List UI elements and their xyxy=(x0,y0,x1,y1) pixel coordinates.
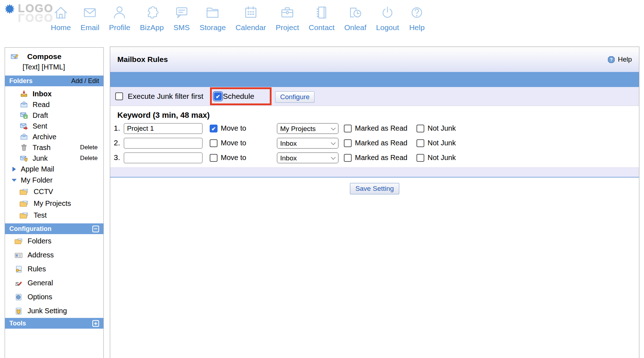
nav-label: Home xyxy=(51,23,71,32)
keyword-rule-row-3: 3. Move to Inbox Marked as Read Not Junk xyxy=(110,153,639,163)
profile-icon xyxy=(111,4,128,21)
sidebar-folder-archive[interactable]: Archive xyxy=(5,131,103,142)
sidebar-folder-read[interactable]: Read xyxy=(5,99,103,110)
not-junk-checkbox-1[interactable] xyxy=(416,125,424,132)
email-icon xyxy=(82,4,98,21)
config-item-junk-setting[interactable]: Junk Setting xyxy=(5,304,103,318)
schedule-checkbox-focus-ring xyxy=(213,91,223,101)
config-item-rules[interactable]: Rules xyxy=(5,262,103,276)
save-setting-button[interactable]: Save Setting xyxy=(350,183,399,194)
delete-junk-link[interactable]: Delete xyxy=(80,155,98,162)
folder-select-2[interactable]: Inbox xyxy=(277,138,338,149)
keyword-input-3[interactable] xyxy=(124,153,203,163)
nav-label: BizApp xyxy=(140,23,164,32)
compose-label: Compose xyxy=(27,52,62,61)
tree-item-apple-mail[interactable]: Apple Mail xyxy=(5,164,103,175)
move-to-checkbox-3[interactable] xyxy=(210,154,218,162)
config-item-general[interactable]: S General xyxy=(5,276,103,290)
nav-items: Home Email Profile BizApp SMS Storage Ca… xyxy=(51,4,425,32)
folder-select-1[interactable]: My Projects xyxy=(277,123,338,134)
folder-mail-icon xyxy=(19,200,29,208)
not-junk-checkbox-2[interactable] xyxy=(416,139,424,147)
sidebar-subfolder-cctv[interactable]: CCTV xyxy=(5,186,103,198)
configuration-section-header: Configuration − xyxy=(5,223,103,234)
main-panel-header: Mailbox Rules ? Help xyxy=(110,47,639,72)
sidebar-folder-draft[interactable]: Draft xyxy=(5,110,103,121)
nav-item-bizapp[interactable]: BizApp xyxy=(140,4,164,32)
marked-as-read-checkbox-3[interactable] xyxy=(344,154,352,162)
sidebar-subfolder-test[interactable]: Test xyxy=(5,209,103,221)
nav-item-sms[interactable]: SMS xyxy=(174,4,190,32)
inbox-icon xyxy=(20,90,28,98)
folder-icon xyxy=(204,4,221,21)
app-logo[interactable]: LOGO LOGO xyxy=(4,3,53,14)
folder-label: Draft xyxy=(33,111,48,120)
help-octagon-icon: ? xyxy=(608,56,615,63)
sidebar-folder-sent[interactable]: Sent xyxy=(5,121,103,131)
nav-item-email[interactable]: Email xyxy=(80,4,99,32)
not-junk-label: Not Junk xyxy=(428,124,456,132)
compose-icon xyxy=(11,53,19,61)
nav-item-home[interactable]: Home xyxy=(51,4,71,32)
folder-label: Trash xyxy=(33,144,50,152)
question-circle-icon xyxy=(409,4,425,21)
nav-item-project[interactable]: Project xyxy=(275,4,299,32)
folder-mail-icon xyxy=(14,237,23,245)
nav-item-help[interactable]: Help xyxy=(409,4,425,32)
sidebar-folder-junk[interactable]: Junk Delete xyxy=(5,153,103,164)
nav-label: Project xyxy=(275,23,299,32)
home-icon xyxy=(53,4,69,21)
execute-junk-filter-label: Execute Junk filter first xyxy=(128,92,203,101)
nav-label: Storage xyxy=(200,23,226,32)
draft-icon xyxy=(20,111,28,119)
marked-as-read-checkbox-1[interactable] xyxy=(344,125,352,132)
chat-bubble-icon xyxy=(174,4,190,21)
move-to-checkbox-1[interactable] xyxy=(210,125,218,132)
marked-as-read-checkbox-2[interactable] xyxy=(344,139,352,147)
tree-item-my-folder[interactable]: My Folder xyxy=(5,175,103,186)
compose-format-links[interactable]: [Text] [HTML] xyxy=(5,62,103,76)
nav-item-onleaf[interactable]: Onleaf xyxy=(344,4,366,32)
page-title: Mailbox Rules xyxy=(117,55,168,64)
row-number: 3. xyxy=(114,153,120,162)
delete-trash-link[interactable]: Delete xyxy=(80,144,98,151)
execute-junk-filter-checkbox[interactable] xyxy=(115,92,123,100)
nav-item-storage[interactable]: Storage xyxy=(200,4,226,32)
move-to-label: Move to xyxy=(221,139,246,147)
nav-label: Email xyxy=(80,23,99,32)
rule-options-row: Execute Junk filter first Schedule Confi… xyxy=(110,87,639,106)
collapse-icon[interactable]: − xyxy=(92,226,99,232)
config-item-options[interactable]: Options xyxy=(5,290,103,304)
nav-item-logout[interactable]: Logout xyxy=(376,4,399,32)
keyword-input-1[interactable] xyxy=(124,123,203,134)
compose-button[interactable]: Compose xyxy=(5,48,103,62)
marked-as-read-label: Marked as Read xyxy=(355,139,408,147)
briefcase-icon xyxy=(279,4,296,21)
configuration-header-title: Configuration xyxy=(9,225,52,233)
svg-text:?: ? xyxy=(610,57,613,62)
keyword-input-2[interactable] xyxy=(124,138,203,149)
folders-add-edit-link[interactable]: Add / Edit xyxy=(71,77,99,85)
sidebar-folder-trash[interactable]: Trash Delete xyxy=(5,142,103,153)
nav-label: Help xyxy=(409,23,425,32)
sidebar-folder-inbox[interactable]: Inbox xyxy=(5,88,103,99)
nav-label: Contact xyxy=(309,23,335,32)
help-link[interactable]: ? Help xyxy=(608,55,632,63)
configure-button[interactable]: Configure xyxy=(275,91,314,103)
nav-item-profile[interactable]: Profile xyxy=(109,4,131,32)
mail-folder-list: Inbox Read Draft Sent Archive xyxy=(5,86,103,164)
nav-item-contact[interactable]: Contact xyxy=(309,4,335,32)
not-junk-checkbox-3[interactable] xyxy=(416,154,424,162)
folder-label: Junk xyxy=(33,154,48,163)
sidebar-subfolder-my-projects[interactable]: My Projects xyxy=(5,198,103,209)
folder-select-3[interactable]: Inbox xyxy=(277,153,338,163)
config-item-folders[interactable]: Folders xyxy=(5,234,103,248)
schedule-checkbox[interactable] xyxy=(214,92,222,100)
nav-item-calendar[interactable]: Calendar xyxy=(235,4,266,32)
address-book-icon xyxy=(313,4,330,21)
move-to-checkbox-2[interactable] xyxy=(210,139,218,147)
toolbar-bar xyxy=(110,72,639,87)
config-item-address[interactable]: Address xyxy=(5,248,103,262)
config-label: Folders xyxy=(28,237,52,245)
expand-icon[interactable]: + xyxy=(92,320,99,327)
